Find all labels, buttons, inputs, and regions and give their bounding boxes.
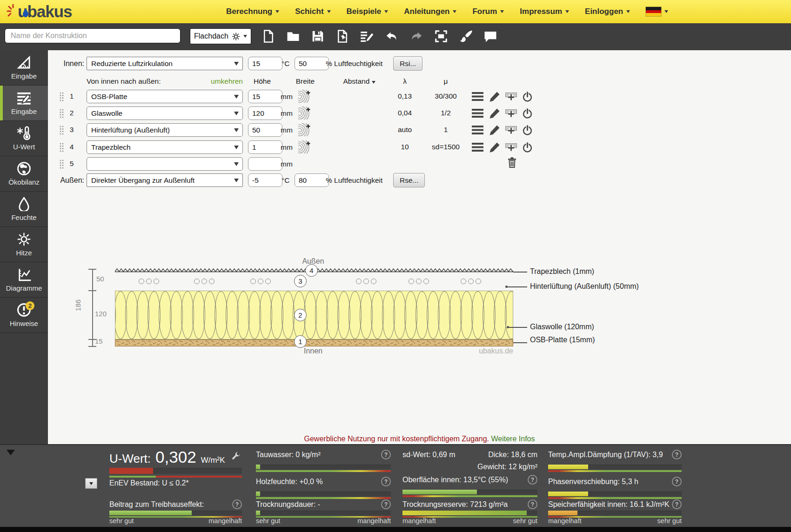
menu-item-berechnung[interactable]: Berechnung xyxy=(226,7,279,16)
material-select[interactable]: Hinterlüftung (Außenluft) xyxy=(87,123,243,137)
sidebar-item-eingabe-geometry[interactable]: Eingabe xyxy=(0,50,48,86)
sidebar-item-feuchte[interactable]: Feuchte xyxy=(0,192,48,227)
help-icon[interactable]: ? xyxy=(672,499,682,509)
help-icon[interactable]: ? xyxy=(528,499,537,509)
delete-layer-icon[interactable] xyxy=(506,156,518,169)
toggle-layer-icon[interactable] xyxy=(521,141,534,153)
construction-type-select[interactable]: Flachdach xyxy=(190,28,251,44)
save-icon[interactable] xyxy=(311,29,326,44)
material-list-icon[interactable] xyxy=(471,124,484,136)
drag-handle-icon[interactable] xyxy=(59,92,64,102)
air-vent-circles xyxy=(194,278,216,286)
help-icon[interactable]: ? xyxy=(672,450,682,459)
undo-icon[interactable] xyxy=(385,29,400,44)
table-header-abstand[interactable]: Abstand xyxy=(341,77,378,86)
innen-surface-select[interactable]: Reduzierte Luftzirkulation xyxy=(87,57,243,70)
drag-handle-icon[interactable] xyxy=(59,142,64,153)
layer-height-input[interactable] xyxy=(248,157,282,171)
trocknungsreserve-label: Trocknungsreserve: 7213 g/m²a xyxy=(402,500,508,509)
language-selector[interactable] xyxy=(646,7,668,16)
insert-layer-icon[interactable] xyxy=(505,141,517,153)
edit-layer-icon[interactable] xyxy=(489,124,501,136)
material-list-icon[interactable] xyxy=(471,107,484,120)
material-select[interactable] xyxy=(87,157,243,171)
material-select[interactable]: Glaswolle xyxy=(87,106,243,120)
material-select[interactable]: Trapezblech xyxy=(87,140,243,154)
layer-row-5: 5 mm xyxy=(48,157,569,171)
menu-item-forum[interactable]: Forum xyxy=(472,7,504,16)
lambda-value: 0,13 xyxy=(386,92,423,100)
innen-label: Innen: xyxy=(48,60,84,68)
drag-handle-icon[interactable] xyxy=(59,125,64,135)
layer-height-input[interactable] xyxy=(248,106,282,120)
help-icon[interactable]: ? xyxy=(672,477,682,486)
collapse-panel-icon[interactable] xyxy=(7,450,15,455)
umkehren-link[interactable]: umkehren xyxy=(196,77,243,86)
chevron-down-icon xyxy=(234,146,239,149)
aussen-surface-select[interactable]: Direkter Übergang zur Außenluft xyxy=(87,173,243,187)
rsi-button[interactable]: Rsi... xyxy=(393,56,422,71)
menu-item-beispiele[interactable]: Beispiele xyxy=(347,7,389,16)
insert-layer-icon[interactable] xyxy=(505,90,517,103)
toggle-layer-icon[interactable] xyxy=(521,124,534,136)
table-header-lambda: λ xyxy=(386,77,423,86)
tav-label: Temp.Ampl.Dämpfung (1/TAV): 3,9 xyxy=(548,451,663,459)
layer-number: 5 xyxy=(67,160,76,168)
toggle-layer-icon[interactable] xyxy=(521,107,534,120)
sidebar-item-hitze[interactable]: Hitze xyxy=(0,227,48,262)
sidebar-item-eingabe-layers[interactable]: Eingabe xyxy=(0,86,48,121)
redo-icon[interactable] xyxy=(409,29,424,44)
add-wood-beam-icon[interactable] xyxy=(298,123,311,136)
material-list-icon[interactable] xyxy=(471,141,484,153)
new-document-icon[interactable] xyxy=(261,29,276,44)
layer-row-2: 2 Glaswolle mm 0,04 1/2 xyxy=(48,106,569,120)
menu-item-einloggen[interactable]: Einloggen xyxy=(585,7,630,16)
help-icon[interactable]: ? xyxy=(232,499,242,509)
dimension-line xyxy=(92,269,93,346)
insert-layer-icon[interactable] xyxy=(505,124,517,136)
annotate-layers-icon[interactable] xyxy=(360,29,375,44)
dim-50: 50 xyxy=(96,275,104,283)
layer-height-input[interactable] xyxy=(248,90,282,103)
add-wood-beam-icon[interactable] xyxy=(298,106,311,120)
sidebar-item-diagramme[interactable]: Diagramme xyxy=(0,262,48,298)
trocknungsdauer-label: Trocknungsdauer: - xyxy=(256,500,320,509)
help-icon[interactable]: ? xyxy=(381,477,391,486)
drag-handle-icon[interactable] xyxy=(59,108,64,119)
insert-layer-icon[interactable] xyxy=(505,107,517,120)
add-wood-beam-icon[interactable] xyxy=(298,140,311,153)
help-icon[interactable]: ? xyxy=(381,499,391,509)
export-pdf-icon[interactable] xyxy=(335,29,350,44)
paint-brush-icon[interactable] xyxy=(459,29,474,44)
innen-humidity-input[interactable] xyxy=(295,57,329,70)
construction-name-input[interactable] xyxy=(5,28,181,43)
help-icon[interactable]: ? xyxy=(528,475,537,485)
aussen-temperature-input[interactable] xyxy=(248,173,282,187)
sidebar-item-uwert[interactable]: U-Wert xyxy=(0,121,48,156)
layer-height-input[interactable] xyxy=(248,140,282,154)
layer-height-input[interactable] xyxy=(248,123,282,137)
results-panel: U-Wert: 0,302 W/m²K EnEV Bestand: U ≤ 0.… xyxy=(0,444,791,527)
sidebar-item-hinweise[interactable]: Hinweise 2 xyxy=(0,298,48,333)
toggle-layer-icon[interactable] xyxy=(521,90,534,103)
edit-layer-icon[interactable] xyxy=(489,107,501,120)
edit-layer-icon[interactable] xyxy=(489,90,501,103)
material-select[interactable]: OSB-Platte xyxy=(87,90,243,103)
add-wood-beam-icon[interactable] xyxy=(298,90,311,103)
menu-item-schicht[interactable]: Schicht xyxy=(295,7,330,16)
edit-layer-icon[interactable] xyxy=(489,141,501,153)
feedback-comment-icon[interactable] xyxy=(483,29,498,44)
drag-handle-icon[interactable] xyxy=(59,159,64,169)
fullscreen-icon[interactable] xyxy=(434,29,449,44)
rse-button[interactable]: Rse... xyxy=(393,173,425,187)
material-list-icon[interactable] xyxy=(471,90,484,103)
menu-item-anleitungen[interactable]: Anleitungen xyxy=(404,7,456,16)
open-folder-icon[interactable] xyxy=(286,29,301,44)
help-icon[interactable]: ? xyxy=(381,450,391,459)
innen-temperature-input[interactable] xyxy=(248,57,282,70)
sidebar-item-oekobilanz[interactable]: Ökobilanz xyxy=(0,156,48,192)
enev-dropdown-button[interactable] xyxy=(85,478,97,489)
aussen-humidity-input[interactable] xyxy=(295,173,329,187)
weitere-infos-link[interactable]: Weitere Infos xyxy=(491,435,535,443)
menu-item-impressum[interactable]: Impressum xyxy=(520,7,569,16)
